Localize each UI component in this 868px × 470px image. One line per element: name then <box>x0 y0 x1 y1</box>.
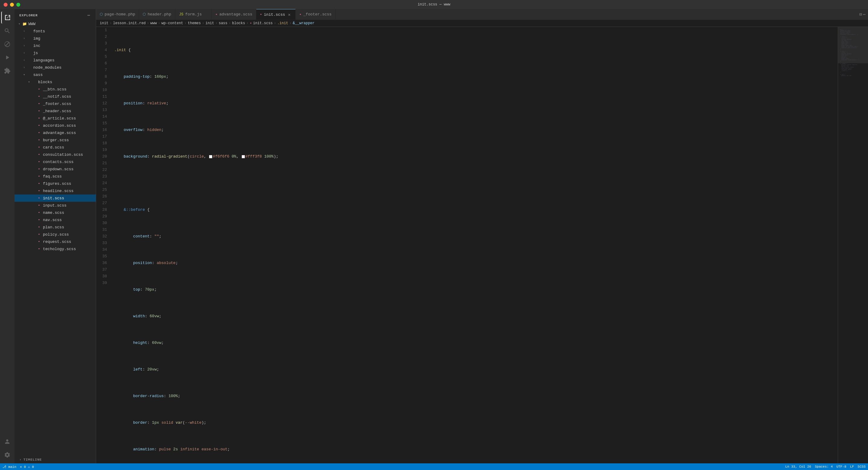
code-line-6 <box>114 180 838 186</box>
sidebar-item-card-scss[interactable]: ▪ card.scss <box>14 144 96 151</box>
split-editor-icon[interactable]: ⊟ <box>859 12 862 17</box>
folder-name: sass <box>33 72 42 77</box>
tab-close-button[interactable]: ✕ <box>287 12 292 17</box>
code-content[interactable]: .init { padding-top: 160px; position: re… <box>112 27 838 463</box>
sidebar-header: EXPLORER ⋯ <box>14 9 96 20</box>
file-name: accordion.scss <box>43 123 76 128</box>
language-indicator[interactable]: SCSS <box>858 465 866 469</box>
activity-search[interactable] <box>1 25 13 37</box>
sidebar-item-accordion-scss[interactable]: ▪ accordion.scss <box>14 122 96 129</box>
code-line-14: border-radius: 100%; <box>114 393 838 400</box>
code-line-4: overflow: hidden; <box>114 127 838 134</box>
sidebar-item-policy-scss[interactable]: ▪ policy.scss <box>14 231 96 238</box>
sidebar-item-blocks[interactable]: ▾ blocks <box>14 78 96 86</box>
sidebar-item-notif-scss[interactable]: ▪ __notif.scss <box>14 93 96 100</box>
file-name: _footer.scss <box>43 101 71 106</box>
scss-icon: ▪ <box>36 239 42 244</box>
breadcrumb-dot-init[interactable]: .init <box>277 21 288 25</box>
sidebar-item-headline-scss[interactable]: ▪ headline.scss <box>14 187 96 195</box>
scss-icon: ▪ <box>36 116 42 120</box>
file-name: figures.scss <box>43 181 71 186</box>
tab-advantage[interactable]: ▪ advantage.scss <box>212 9 256 20</box>
new-file-icon[interactable]: ⋯ <box>87 12 91 19</box>
tab-page-home[interactable]: ⬡ page-home.php <box>96 9 139 20</box>
spacer <box>31 159 36 164</box>
activity-extensions[interactable] <box>1 65 13 77</box>
sidebar-item-faq-scss[interactable]: ▪ faq.scss <box>14 173 96 180</box>
sidebar-item-dropdown-scss[interactable]: ▪ dropdown.scss <box>14 166 96 173</box>
breadcrumb-initscss[interactable]: init.scss <box>253 21 273 25</box>
folder-name: fonts <box>33 29 45 34</box>
tab-footer[interactable]: ▪ _footer.scss <box>296 9 336 20</box>
sidebar-item-techology-scss[interactable]: ▪ techology.scss <box>14 245 96 253</box>
breadcrumb: init › lesson.init.red › www › wp-conten… <box>96 20 868 27</box>
cursor-position[interactable]: Ln 33, Col 26 <box>785 465 811 469</box>
sidebar-item-burger-scss[interactable]: ▪ burger.scss <box>14 137 96 144</box>
sidebar-item-inc[interactable]: › inc <box>14 42 96 49</box>
window-controls[interactable] <box>4 3 20 7</box>
scss-icon: ▪ <box>36 174 42 178</box>
code-line-1: .init { <box>114 47 838 54</box>
sidebar-item-article-scss[interactable]: ▪ @_article.scss <box>14 115 96 122</box>
activity-account[interactable] <box>1 436 13 448</box>
sidebar-item-sass[interactable]: ▾ sass <box>14 71 96 78</box>
sidebar-item-init-scss[interactable]: ▪ init.scss <box>14 195 96 202</box>
sidebar-item-nav-scss[interactable]: ▪ nav.scss <box>14 216 96 224</box>
tab-header[interactable]: ⬡ header.php <box>139 9 175 20</box>
activity-git[interactable] <box>1 38 13 50</box>
encoding-indicator[interactable]: UTF-8 <box>836 465 846 469</box>
minimap-content: .init { padding-top: 160px; position: re… <box>838 27 868 79</box>
sidebar-item-languages[interactable]: › languages <box>14 57 96 64</box>
sidebar-item-figures-scss[interactable]: ▪ figures.scss <box>14 180 96 187</box>
file-tree: ▾ 📁 WWW › fonts › img › inc <box>14 20 96 456</box>
sidebar-item-name-scss[interactable]: ▪ name.scss <box>14 209 96 216</box>
folder-name: js <box>33 51 38 55</box>
breadcrumb-init[interactable]: init <box>100 21 108 25</box>
activity-run[interactable] <box>1 51 13 63</box>
breadcrumb-wrapper[interactable]: &__wrapper <box>293 21 315 25</box>
minimize-button[interactable] <box>10 3 14 7</box>
spaces-indicator[interactable]: Spaces: 4 <box>815 465 833 469</box>
sidebar-item-btn-scss[interactable]: ▪ __btn.scss <box>14 86 96 93</box>
code-line-13: left: 20vw; <box>114 366 838 373</box>
sidebar-item-node-modules[interactable]: › node_modules <box>14 64 96 71</box>
file-name: consultation.scss <box>43 152 83 157</box>
breadcrumb-sass[interactable]: sass <box>219 21 227 25</box>
js-icon: JS <box>179 12 183 17</box>
timeline-section[interactable]: › TIMELINE <box>14 456 96 463</box>
breadcrumb-www[interactable]: www <box>150 21 157 25</box>
breadcrumb-wp-content[interactable]: wp-content <box>161 21 183 25</box>
tab-form[interactable]: JS form.js <box>175 9 212 20</box>
tree-root-www[interactable]: ▾ 📁 WWW <box>14 20 96 28</box>
code-line-9: position: absolute; <box>114 260 838 266</box>
sidebar-item-img[interactable]: › img <box>14 35 96 42</box>
scss-icon: ▪ <box>36 181 42 186</box>
sidebar-item-js[interactable]: › js <box>14 49 96 57</box>
spacer <box>31 138 36 143</box>
window-title: init.scss — www <box>418 2 450 7</box>
sidebar-item-advantage-scss[interactable]: ▪ advantage.scss <box>14 129 96 137</box>
breadcrumb-lesson[interactable]: lesson.init.red <box>113 21 146 25</box>
sidebar-item-consultation-scss[interactable]: ▪ consultation.scss <box>14 151 96 158</box>
sidebar-item-fonts[interactable]: › fonts <box>14 28 96 35</box>
sidebar-item-contacts-scss[interactable]: ▪ contacts.scss <box>14 158 96 166</box>
activity-settings[interactable] <box>1 449 13 461</box>
tab-init[interactable]: ▪ init.scss ✕ <box>256 9 296 20</box>
code-editor[interactable]: 12345 678910 1112131415 1617181920 21222… <box>96 27 868 463</box>
error-count[interactable]: ✕ 0 ⚠ 0 <box>20 465 34 469</box>
maximize-button[interactable] <box>16 3 20 7</box>
activity-explorer[interactable] <box>1 11 13 24</box>
breadcrumb-init2[interactable]: init <box>206 21 214 25</box>
breadcrumb-themes[interactable]: themes <box>188 21 201 25</box>
sidebar-item-header-scss[interactable]: ▪ _header.scss <box>14 107 96 115</box>
line-numbers: 12345 678910 1112131415 1617181920 21222… <box>96 27 112 463</box>
git-branch[interactable]: ⎇ main <box>2 465 16 469</box>
sidebar-item-input-scss[interactable]: ▪ input.scss <box>14 202 96 209</box>
sidebar-item-plan-scss[interactable]: ▪ plan.scss <box>14 224 96 231</box>
more-tabs-icon[interactable]: ⋯ <box>863 12 866 17</box>
sidebar-item-request-scss[interactable]: ▪ request.scss <box>14 238 96 245</box>
sidebar-item-footer-scss[interactable]: ▪ _footer.scss <box>14 100 96 107</box>
close-button[interactable] <box>4 3 7 7</box>
breadcrumb-blocks[interactable]: blocks <box>232 21 245 25</box>
line-endings-indicator[interactable]: LF <box>850 465 854 469</box>
